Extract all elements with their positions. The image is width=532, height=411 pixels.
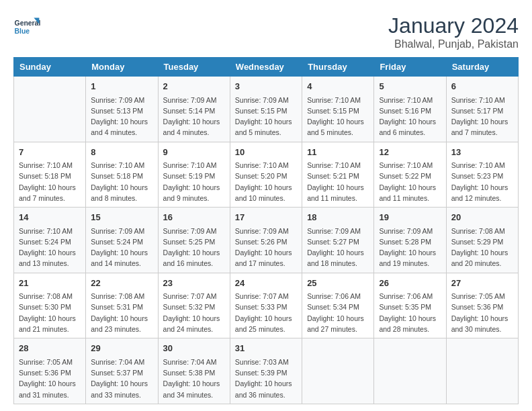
day-info: Sunrise: 7:09 AMSunset: 5:25 PMDaylight:… — [163, 226, 225, 269]
day-number: 2 — [163, 80, 225, 93]
day-number: 21 — [19, 277, 81, 290]
day-info: Sunrise: 7:10 AMSunset: 5:22 PMDaylight:… — [379, 160, 441, 203]
logo-icon: General Blue — [13, 13, 40, 40]
table-row: 22Sunrise: 7:08 AMSunset: 5:31 PMDayligh… — [86, 273, 158, 338]
day-number: 10 — [235, 146, 297, 159]
table-row: 24Sunrise: 7:07 AMSunset: 5:33 PMDayligh… — [230, 273, 302, 338]
day-number: 1 — [91, 80, 152, 93]
calendar-header-row: Sunday Monday Tuesday Wednesday Thursday… — [14, 58, 519, 77]
table-row: 3Sunrise: 7:09 AMSunset: 5:15 PMDaylight… — [230, 77, 302, 142]
week-row-1: 1Sunrise: 7:09 AMSunset: 5:13 PMDaylight… — [14, 77, 519, 142]
day-number: 19 — [379, 211, 441, 224]
table-row: 15Sunrise: 7:09 AMSunset: 5:24 PMDayligh… — [86, 208, 158, 273]
day-info: Sunrise: 7:08 AMSunset: 5:29 PMDaylight:… — [451, 226, 513, 269]
day-info: Sunrise: 7:10 AMSunset: 5:23 PMDaylight:… — [451, 160, 513, 203]
table-row: 26Sunrise: 7:06 AMSunset: 5:35 PMDayligh… — [374, 273, 446, 338]
col-sunday: Sunday — [14, 58, 86, 77]
week-row-4: 21Sunrise: 7:08 AMSunset: 5:30 PMDayligh… — [14, 273, 519, 338]
day-info: Sunrise: 7:10 AMSunset: 5:21 PMDaylight:… — [307, 160, 369, 203]
table-row: 10Sunrise: 7:10 AMSunset: 5:20 PMDayligh… — [230, 142, 302, 208]
table-row: 28Sunrise: 7:05 AMSunset: 5:36 PMDayligh… — [14, 338, 86, 404]
day-info: Sunrise: 7:09 AMSunset: 5:13 PMDaylight:… — [91, 95, 152, 138]
table-row — [374, 338, 446, 404]
table-row: 31Sunrise: 7:03 AMSunset: 5:39 PMDayligh… — [230, 338, 302, 404]
day-info: Sunrise: 7:09 AMSunset: 5:26 PMDaylight:… — [235, 226, 297, 269]
col-wednesday: Wednesday — [230, 58, 302, 77]
week-row-2: 7Sunrise: 7:10 AMSunset: 5:18 PMDaylight… — [14, 142, 519, 208]
table-row: 12Sunrise: 7:10 AMSunset: 5:22 PMDayligh… — [374, 142, 446, 208]
day-info: Sunrise: 7:03 AMSunset: 5:39 PMDaylight:… — [235, 357, 297, 400]
day-info: Sunrise: 7:09 AMSunset: 5:15 PMDaylight:… — [235, 95, 297, 138]
day-info: Sunrise: 7:10 AMSunset: 5:16 PMDaylight:… — [379, 95, 441, 138]
day-number: 13 — [451, 146, 513, 159]
table-row: 25Sunrise: 7:06 AMSunset: 5:34 PMDayligh… — [302, 273, 374, 338]
day-info: Sunrise: 7:08 AMSunset: 5:31 PMDaylight:… — [91, 291, 152, 334]
page-title: January 2024 — [388, 13, 519, 38]
day-info: Sunrise: 7:06 AMSunset: 5:35 PMDaylight:… — [379, 291, 441, 334]
table-row: 14Sunrise: 7:10 AMSunset: 5:24 PMDayligh… — [14, 208, 86, 273]
day-info: Sunrise: 7:08 AMSunset: 5:30 PMDaylight:… — [19, 291, 81, 334]
day-info: Sunrise: 7:09 AMSunset: 5:28 PMDaylight:… — [379, 226, 441, 269]
col-monday: Monday — [86, 58, 158, 77]
table-row: 1Sunrise: 7:09 AMSunset: 5:13 PMDaylight… — [86, 77, 158, 142]
day-number: 18 — [307, 211, 369, 224]
day-info: Sunrise: 7:10 AMSunset: 5:18 PMDaylight:… — [91, 160, 152, 203]
table-row — [446, 338, 518, 404]
table-row: 18Sunrise: 7:09 AMSunset: 5:27 PMDayligh… — [302, 208, 374, 273]
day-info: Sunrise: 7:05 AMSunset: 5:36 PMDaylight:… — [451, 291, 513, 334]
day-info: Sunrise: 7:09 AMSunset: 5:27 PMDaylight:… — [307, 226, 369, 269]
table-row: 17Sunrise: 7:09 AMSunset: 5:26 PMDayligh… — [230, 208, 302, 273]
day-number: 29 — [91, 342, 152, 355]
day-info: Sunrise: 7:07 AMSunset: 5:32 PMDaylight:… — [163, 291, 225, 334]
week-row-3: 14Sunrise: 7:10 AMSunset: 5:24 PMDayligh… — [14, 208, 519, 273]
col-friday: Friday — [374, 58, 446, 77]
day-info: Sunrise: 7:09 AMSunset: 5:24 PMDaylight:… — [91, 226, 152, 269]
logo: General Blue — [13, 13, 43, 40]
day-number: 25 — [307, 277, 369, 290]
col-tuesday: Tuesday — [158, 58, 230, 77]
table-row: 20Sunrise: 7:08 AMSunset: 5:29 PMDayligh… — [446, 208, 518, 273]
table-row: 4Sunrise: 7:10 AMSunset: 5:15 PMDaylight… — [302, 77, 374, 142]
day-info: Sunrise: 7:10 AMSunset: 5:19 PMDaylight:… — [163, 160, 225, 203]
calendar-table: Sunday Monday Tuesday Wednesday Thursday… — [13, 57, 519, 404]
week-row-5: 28Sunrise: 7:05 AMSunset: 5:36 PMDayligh… — [14, 338, 519, 404]
day-info: Sunrise: 7:10 AMSunset: 5:20 PMDaylight:… — [235, 160, 297, 203]
day-info: Sunrise: 7:10 AMSunset: 5:24 PMDaylight:… — [19, 226, 81, 269]
day-number: 30 — [163, 342, 225, 355]
day-info: Sunrise: 7:04 AMSunset: 5:37 PMDaylight:… — [91, 357, 152, 400]
day-number: 28 — [19, 342, 81, 355]
table-row: 7Sunrise: 7:10 AMSunset: 5:18 PMDaylight… — [14, 142, 86, 208]
table-row: 5Sunrise: 7:10 AMSunset: 5:16 PMDaylight… — [374, 77, 446, 142]
day-number: 12 — [379, 146, 441, 159]
svg-text:Blue: Blue — [15, 28, 30, 35]
col-thursday: Thursday — [302, 58, 374, 77]
table-row: 2Sunrise: 7:09 AMSunset: 5:14 PMDaylight… — [158, 77, 230, 142]
day-info: Sunrise: 7:10 AMSunset: 5:17 PMDaylight:… — [451, 95, 513, 138]
table-row: 13Sunrise: 7:10 AMSunset: 5:23 PMDayligh… — [446, 142, 518, 208]
day-number: 9 — [163, 146, 225, 159]
table-row: 23Sunrise: 7:07 AMSunset: 5:32 PMDayligh… — [158, 273, 230, 338]
table-row: 11Sunrise: 7:10 AMSunset: 5:21 PMDayligh… — [302, 142, 374, 208]
day-info: Sunrise: 7:10 AMSunset: 5:15 PMDaylight:… — [307, 95, 369, 138]
table-row: 9Sunrise: 7:10 AMSunset: 5:19 PMDaylight… — [158, 142, 230, 208]
day-number: 4 — [307, 80, 369, 93]
table-row — [14, 77, 86, 142]
page-header: General Blue January 2024 Bhalwal, Punja… — [13, 13, 519, 50]
table-row: 16Sunrise: 7:09 AMSunset: 5:25 PMDayligh… — [158, 208, 230, 273]
day-number: 24 — [235, 277, 297, 290]
col-saturday: Saturday — [446, 58, 518, 77]
page-subtitle: Bhalwal, Punjab, Pakistan — [388, 38, 519, 50]
day-number: 16 — [163, 211, 225, 224]
day-number: 7 — [19, 146, 81, 159]
day-number: 20 — [451, 211, 513, 224]
table-row: 8Sunrise: 7:10 AMSunset: 5:18 PMDaylight… — [86, 142, 158, 208]
day-number: 23 — [163, 277, 225, 290]
day-info: Sunrise: 7:05 AMSunset: 5:36 PMDaylight:… — [19, 357, 81, 400]
day-number: 17 — [235, 211, 297, 224]
table-row: 6Sunrise: 7:10 AMSunset: 5:17 PMDaylight… — [446, 77, 518, 142]
day-number: 31 — [235, 342, 297, 355]
day-info: Sunrise: 7:07 AMSunset: 5:33 PMDaylight:… — [235, 291, 297, 334]
table-row: 29Sunrise: 7:04 AMSunset: 5:37 PMDayligh… — [86, 338, 158, 404]
table-row: 21Sunrise: 7:08 AMSunset: 5:30 PMDayligh… — [14, 273, 86, 338]
title-area: January 2024 Bhalwal, Punjab, Pakistan — [388, 13, 519, 50]
